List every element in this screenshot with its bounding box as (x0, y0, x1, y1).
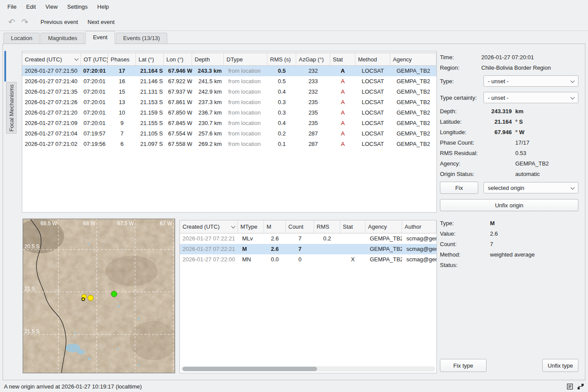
col-header-stat[interactable]: Stat (330, 53, 355, 65)
type-certainty-select[interactable]: - unset - (483, 92, 578, 103)
magnitude-row[interactable]: 2026-01-27 07:22:21 MLv 2.6 7 0.2 GEMPA_… (180, 233, 436, 244)
magnitude-created: 2026-01-27 07:22:21 (180, 244, 238, 254)
longitude-label: Longitude: (440, 129, 481, 135)
menu-settings[interactable]: Settings (62, 1, 92, 12)
map-lat-label: 21.5 S (24, 328, 40, 335)
col-header-m[interactable]: M (264, 220, 286, 233)
col-header-mag-rms[interactable]: RMS (314, 220, 340, 233)
depth-label: Depth: (440, 108, 481, 115)
origin-row[interactable]: 2026-01-27 07:21:26 07:20:01 13 21.153 S… (22, 97, 436, 108)
tab-magnitudes[interactable]: Magnitudes (41, 33, 84, 44)
menu-edit[interactable]: Edit (21, 1, 41, 12)
col-header-ot[interactable]: OT (UTC) (81, 53, 108, 65)
magnitude-mtype: MLv (238, 233, 264, 244)
epicenter-map[interactable]: 68.5 W 68 W 67.5 W 67 W 20.5 S 21 S 21.5… (23, 219, 175, 373)
origin-row[interactable]: 2026-01-27 07:21:02 07:19:56 6 21.097 S … (22, 139, 436, 149)
origin-row[interactable]: 2026-01-27 07:21:09 07:20:01 9 21.155 S … (22, 118, 436, 128)
fix-type-button[interactable]: Fix type (440, 359, 487, 372)
magnitude-row[interactable]: 2026-01-27 07:22:21 M 2.6 7 GEMPA_TB2 sc… (180, 244, 436, 254)
origin-rms: 0.3 (267, 108, 296, 118)
tab-location[interactable]: Location (3, 33, 40, 44)
log-icon[interactable] (567, 383, 573, 390)
col-header-rms[interactable]: RMS (s) (267, 53, 296, 65)
magnitude-created: 2026-01-27 07:22:00 (180, 254, 238, 265)
menu-view[interactable]: View (41, 1, 62, 12)
col-header-depth[interactable]: Depth (192, 53, 224, 65)
col-header-mag-stat[interactable]: Stat (340, 220, 365, 233)
fix-button[interactable]: Fix (440, 182, 478, 194)
origin-row[interactable]: 2026-01-27 07:21:04 07:19:57 7 21.105 S … (22, 128, 436, 139)
magnitude-count: 0 (286, 254, 314, 265)
origin-lon: 67.558 W (164, 139, 192, 149)
origin-stat: A (330, 108, 355, 118)
tab-events-list[interactable]: Events (13/13) (116, 33, 168, 44)
event-type-select[interactable]: - unset - (483, 75, 578, 87)
redo-icon[interactable]: ↷ (18, 16, 31, 28)
unfix-type-button[interactable]: Unfix type (542, 359, 578, 372)
magnitudes-table-header: Created (UTC) MType M Count RMS Stat Age… (180, 220, 436, 233)
origin-depth: 236.7 km (192, 108, 224, 118)
col-header-author[interactable]: Author (402, 220, 436, 233)
col-header-dtype[interactable]: DType (224, 53, 267, 65)
magnitude-stat: X (340, 254, 365, 265)
sort-indicator-icon[interactable] (231, 224, 236, 228)
col-header-method[interactable]: Method (355, 53, 390, 65)
magnitude-mtype: M (238, 244, 264, 254)
magnitude-stat (340, 233, 365, 244)
origin-method: LOCSAT (355, 97, 390, 108)
col-header-mag-created[interactable]: Created (UTC) (180, 220, 238, 233)
origin-ot: 07:19:56 (81, 139, 108, 149)
col-header-created[interactable]: Created (UTC) (22, 53, 81, 65)
origin-rms: 0.1 (267, 139, 296, 149)
origin-phases: 6 (108, 139, 136, 149)
side-tab-focal-mechanisms[interactable]: Focal Mechanisms (6, 82, 17, 134)
depth-value: 243.319 (481, 108, 512, 115)
origin-agency: GEMPA_TB2 (390, 76, 436, 87)
undo-icon[interactable]: ↶ (5, 16, 18, 28)
agency-label: Agency: (440, 160, 481, 167)
origin-row[interactable]: 2026-01-27 07:21:40 07:20:01 16 21.146 S… (22, 76, 436, 87)
origin-lat: 21.146 S (136, 76, 164, 87)
origin-row[interactable]: 2026-01-27 07:21:35 07:20:01 15 21.131 S… (22, 87, 436, 97)
col-header-count[interactable]: Count (286, 220, 314, 233)
epicenter-symbol-latest[interactable] (112, 291, 117, 297)
horizontal-scrollbar[interactable] (181, 366, 435, 372)
origin-agency: GEMPA_TB2 (390, 118, 436, 128)
menu-help[interactable]: Help (92, 1, 114, 12)
origin-azgap: 235 (296, 108, 330, 118)
magnitude-row[interactable]: 2026-01-27 07:22:00 MN 0.0 0 X GEMPA_TB2… (180, 254, 436, 265)
origin-row[interactable]: 2026-01-27 07:21:50 07:20:01 17 21.164 S… (22, 66, 436, 76)
origin-created: 2026-01-27 07:21:02 (22, 139, 81, 149)
mag-value-label: Value: (440, 230, 481, 237)
col-header-mtype[interactable]: MType (238, 220, 264, 233)
map-lat-label: 20.5 S (24, 243, 40, 250)
sort-indicator-icon[interactable] (74, 57, 79, 61)
col-header-phases[interactable]: Phases (108, 53, 136, 65)
epicenter-symbol[interactable] (88, 295, 94, 301)
col-header-lon[interactable]: Lon (°) (164, 53, 192, 65)
origin-row[interactable]: 2026-01-27 07:21:20 07:20:01 10 21.159 S… (22, 108, 436, 118)
epicenter-symbol-selected[interactable] (82, 298, 84, 301)
map-lon-label: 67.5 W (117, 220, 134, 226)
origin-depth: 241.5 km (192, 76, 224, 87)
col-header-azgap[interactable]: AzGap (°) (296, 53, 330, 65)
fix-origin-select-value: selected origin (488, 185, 524, 191)
origin-lon: 67.850 W (164, 108, 192, 118)
col-header-agency[interactable]: Agency (390, 53, 436, 65)
connection-icon[interactable] (577, 383, 584, 390)
magnitude-mtype: MN (238, 254, 264, 265)
col-header-lat[interactable]: Lat (°) (136, 53, 164, 65)
fix-origin-select[interactable]: selected origin (483, 182, 578, 193)
unfix-origin-button[interactable]: Unfix origin (440, 199, 578, 211)
active-side-tab-accent (4, 51, 6, 81)
col-header-mag-agency[interactable]: Agency (365, 220, 402, 233)
chevron-down-icon (571, 78, 575, 83)
origin-agency: GEMPA_TB2 (390, 97, 436, 108)
menu-file[interactable]: File (3, 1, 21, 12)
next-event-button[interactable]: Next event (83, 17, 119, 27)
previous-event-button[interactable]: Previous event (36, 17, 83, 27)
tab-event[interactable]: Event (85, 31, 115, 44)
origin-ot: 07:20:01 (81, 108, 108, 118)
app-window: File Edit View Settings Help ↶ ↷ Previou… (0, 0, 588, 392)
scrollbar-handle[interactable] (182, 367, 317, 371)
